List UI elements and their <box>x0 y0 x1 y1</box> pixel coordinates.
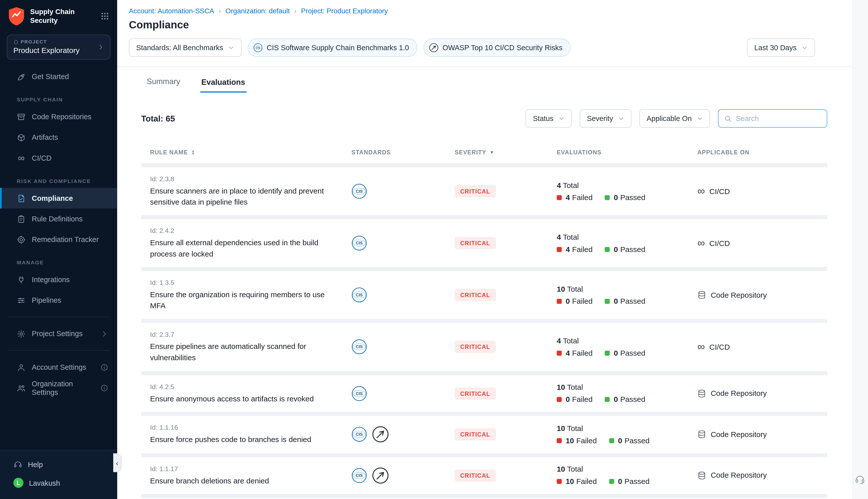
clipboard-icon <box>17 214 26 223</box>
chevron-left-icon: ‹ <box>116 459 119 467</box>
chevron-down-icon <box>228 45 234 51</box>
breadcrumb-project[interactable]: Project: Product Exploratory <box>301 7 388 15</box>
standards-cell: CIS <box>351 467 455 484</box>
tab-summary[interactable]: Summary <box>146 77 181 93</box>
sidebar-item-cicd[interactable]: ∞ CI/CD <box>0 148 117 168</box>
severity-badge: CRITICAL <box>455 428 496 441</box>
failed-square-icon <box>557 195 562 200</box>
applicable-on-filter-dropdown[interactable]: Applicable On <box>639 109 710 127</box>
applicable-on-cell: ∞ Code Repository <box>697 430 818 439</box>
table-header: RULE NAME ▲▼ STANDARDS SEVERITY ▼ EVALUA… <box>141 141 827 163</box>
chevron-down-icon <box>618 115 624 121</box>
sidebar-item-remediation-tracker[interactable]: Remediation Tracker <box>0 229 117 250</box>
passed-square-icon <box>605 195 610 200</box>
applicable-on-label: Code Repository <box>711 471 767 480</box>
project-selector[interactable]: PROJECT Product Exploratory <box>7 35 110 60</box>
passed-count: 0Passed <box>609 477 650 486</box>
sidebar-item-artifacts[interactable]: Artifacts <box>0 127 117 148</box>
breadcrumb-account[interactable]: Account: Automation-SSCA <box>129 7 214 15</box>
sidebar-item-account-settings[interactable]: Account Settings <box>0 357 117 378</box>
sidebar-item-code-repositories[interactable]: Code Repositories <box>0 107 117 127</box>
passed-square-icon <box>609 479 614 484</box>
sidebar-item-organization-settings[interactable]: Organization Settings <box>0 378 117 398</box>
standards-cell: CIS <box>351 426 455 443</box>
cis-logo-icon: CIS <box>351 386 367 401</box>
column-header-severity[interactable]: SEVERITY ▼ <box>455 149 557 156</box>
rule-name: Ensure scanners are in place to identify… <box>150 186 337 208</box>
status-filter-dropdown[interactable]: Status <box>526 109 572 127</box>
standards-cell: CIS <box>351 235 455 251</box>
table-row[interactable]: Id: 2.4.2 Ensure all external dependenci… <box>141 219 827 267</box>
failed-square-icon <box>557 247 562 252</box>
applicable-on-label: Code Repository <box>711 430 767 438</box>
evaluations-cell: 4 Total 4Failed 0Passed <box>557 337 698 357</box>
cis-logo-icon: CIS <box>351 183 367 199</box>
cicd-infinity-icon: ∞ <box>697 185 705 196</box>
failed-square-icon <box>557 397 562 402</box>
failed-count: 4Failed <box>557 245 593 254</box>
user-menu[interactable]: L Lavakush <box>0 473 117 492</box>
svg-text:CIS: CIS <box>356 391 363 395</box>
sidebar-item-project-settings[interactable]: Project Settings <box>0 323 117 344</box>
code-repository-icon <box>697 471 706 480</box>
table-row[interactable]: Id: 1.1.17 Ensure branch deletions are d… <box>141 457 827 494</box>
headset-icon <box>13 460 22 469</box>
severity-filter-dropdown[interactable]: Severity <box>580 109 631 127</box>
table-row[interactable]: Id: 1.3.5 Ensure the organization is req… <box>141 271 827 319</box>
sidebar-item-rule-definitions[interactable]: Rule Definitions <box>0 209 117 229</box>
rule-id: Id: 2.4.2 <box>150 227 337 235</box>
breadcrumb-organization[interactable]: Organization: default <box>225 7 290 15</box>
target-icon <box>17 235 26 244</box>
cis-logo-icon: CIS <box>351 288 367 303</box>
applicable-on-cell: ∞ CI/CD <box>697 239 818 248</box>
applicable-on-cell: ∞ CI/CD <box>697 342 818 352</box>
tab-bar: Summary Evaluations <box>117 67 868 93</box>
passed-count: 0Passed <box>605 349 645 357</box>
passed-count: 0Passed <box>605 395 645 404</box>
code-repository-icon <box>697 291 706 300</box>
cicd-infinity-icon: ∞ <box>697 237 705 248</box>
sidebar-item-get-started[interactable]: Get Started <box>0 66 117 87</box>
passed-square-icon <box>605 247 610 252</box>
owasp-chip[interactable]: OWASP Top 10 CI/CD Security Risks <box>423 38 571 57</box>
severity-badge: CRITICAL <box>455 289 496 301</box>
table-row[interactable]: Id: 4.2.5 Ensure anonymous access to art… <box>141 375 827 412</box>
column-header-rule-name[interactable]: RULE NAME ▲▼ <box>150 149 351 156</box>
brand: Supply Chain Security <box>0 0 117 30</box>
severity-badge: CRITICAL <box>455 237 496 249</box>
sidebar-item-integrations[interactable]: Integrations <box>0 269 117 290</box>
tab-evaluations[interactable]: Evaluations <box>200 77 246 93</box>
info-icon <box>100 363 108 371</box>
avatar: L <box>13 478 23 488</box>
app-grid-icon[interactable] <box>100 12 109 21</box>
help-button[interactable]: Help <box>0 455 117 473</box>
user-name: Lavakush <box>29 479 60 487</box>
table-row[interactable]: Id: 2.3.7 Ensure pipelines are automatic… <box>141 323 827 371</box>
page-title: Compliance <box>129 19 807 32</box>
passed-count: 0Passed <box>605 193 645 202</box>
cis-benchmark-chip[interactable]: CIS CIS Software Supply Chain Benchmarks… <box>248 38 417 57</box>
table-row[interactable]: Id: 1.1.16 Ensure force pushes code to b… <box>141 416 827 453</box>
evaluations-cell: 10 Total 10Failed 0Passed <box>557 424 698 445</box>
severity-badge: CRITICAL <box>455 470 496 482</box>
standards-dropdown[interactable]: Standards: All Benchmarks <box>129 38 242 57</box>
chevron-right-icon <box>100 330 108 338</box>
sidebar-item-compliance[interactable]: Compliance <box>0 188 117 209</box>
search-input[interactable] <box>736 114 821 122</box>
sidebar-item-pipelines[interactable]: Pipelines <box>0 290 117 311</box>
evaluations-cell: 4 Total 4Failed 0Passed <box>557 181 698 202</box>
cis-logo-icon: CIS <box>351 467 367 483</box>
passed-square-icon <box>605 299 610 304</box>
svg-text:CIS: CIS <box>256 46 261 49</box>
sort-icon: ▲▼ <box>191 149 195 155</box>
date-range-dropdown[interactable]: Last 30 Days <box>747 38 815 57</box>
rule-name: Ensure pipelines are automatically scann… <box>150 341 337 363</box>
sidebar-collapse-handle[interactable]: ‹ <box>113 453 122 472</box>
cis-logo-icon: CIS <box>351 427 367 442</box>
search-icon <box>724 114 732 122</box>
nav-section-risk-compliance: RISK AND COMPLIANCE <box>0 168 117 188</box>
table-row[interactable]: Id: 2.3.8 Ensure scanners are in place t… <box>141 167 827 215</box>
support-headset-icon[interactable] <box>855 474 865 485</box>
applicable-on-cell: ∞ Code Repository <box>697 471 818 480</box>
chevron-down-icon <box>697 115 703 121</box>
